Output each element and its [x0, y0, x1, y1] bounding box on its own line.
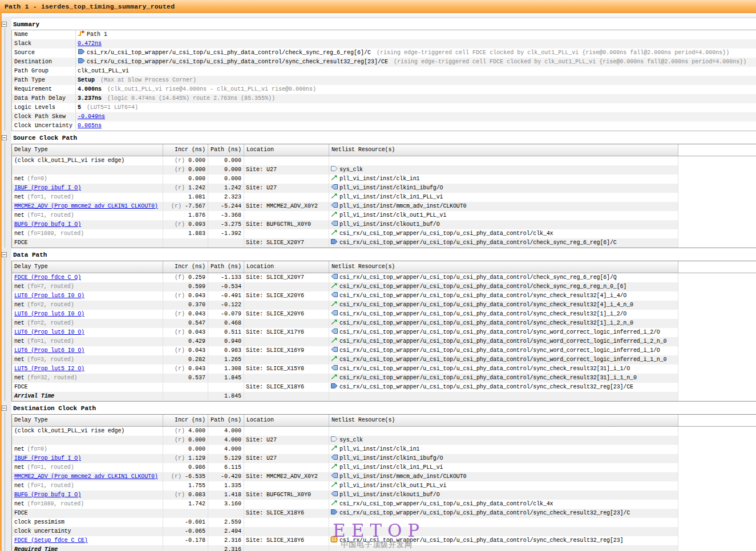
delay-type-cell: FDCE — [12, 383, 163, 392]
column-header[interactable]: Location — [244, 144, 329, 156]
summary-row: Sourcecsi_rx/u_csi_top_wrapper/u_csi_top… — [12, 48, 756, 58]
column-header[interactable]: Netlist Resource(s) — [329, 144, 678, 156]
net-icon — [330, 211, 338, 217]
table-row: Arrival Time1.845 — [12, 392, 756, 401]
column-header[interactable]: Delay Type — [12, 261, 163, 273]
table-row: net(fo=32, routed)0.5371.845csi_rx/u_csi… — [12, 374, 756, 383]
path-cell — [208, 383, 244, 392]
location-cell: Site: SLICE_X15Y8 — [244, 364, 329, 374]
value-text: net — [14, 446, 25, 452]
value-text: net — [14, 464, 25, 471]
location-cell — [244, 518, 329, 527]
table-row: LUT6 (Prop lut6 I0 O)(r) 0.043-0.491Site… — [12, 291, 756, 301]
path-cell: 0.983 — [208, 346, 244, 355]
path-cell: -0.491 — [208, 291, 244, 301]
column-header[interactable]: Path (ns) — [208, 261, 244, 273]
value-link[interactable]: FDCE (Setup fdce C CE) — [14, 537, 88, 544]
value-link[interactable]: IBUF (Prop ibuf I O) — [14, 185, 81, 191]
netlist-cell: pll_vi_inst/inst/mmcm_adv_inst/CLKOUT0 — [329, 472, 678, 481]
value-link[interactable]: LUT6 (Prop lut6 I0 O) — [14, 293, 84, 299]
incr-cell: 1.742 — [163, 500, 208, 509]
collapse-toggle-icon[interactable] — [2, 252, 7, 257]
netlist-cell: csi_rx/u_csi_top_wrapper/u_csi_top/u_csi… — [329, 383, 678, 392]
window-title-bar[interactable]: Path 1 - iserdes_top_timing_summary_rout… — [0, 0, 756, 13]
delay-type-cell: LUT5 (Prop lut5 I2 O) — [12, 364, 163, 374]
incr-cell — [163, 383, 208, 392]
netlist-cell: pll_vi_inst/inst/clk_out1_PLL_vi — [329, 481, 678, 491]
value-link[interactable]: 0.065ns — [78, 123, 102, 129]
row-filler — [678, 509, 756, 518]
value-text: net — [14, 375, 25, 381]
delay-type-cell: FDCE (Prop fdce C Q) — [12, 273, 163, 282]
location-cell: Site: SLICE_X17Y6 — [244, 328, 329, 337]
netlist-cell — [329, 427, 678, 436]
value-link[interactable]: MMCME2_ADV (Prop mmcme2 adv CLKIN1 CLKOU… — [14, 203, 158, 209]
column-header[interactable]: Netlist Resource(s) — [329, 261, 678, 273]
table-row: clock pessimism-0.6012.559 — [12, 518, 756, 527]
row-filler — [678, 374, 756, 383]
net-icon — [330, 229, 338, 236]
collapse-toggle-icon[interactable] — [2, 22, 7, 27]
path-cell: 1.845 — [208, 392, 244, 401]
value-link[interactable]: BUFG (Prop bufg I O) — [14, 221, 81, 228]
value-text: net — [14, 230, 25, 237]
location-cell — [244, 175, 329, 184]
column-header[interactable]: Location — [244, 261, 329, 273]
table-row: FDCESite: SLICE_X20Y7csi_rx/u_csi_top_wr… — [12, 238, 756, 248]
summary-row: Logic Levels5(LUT5=1 LUT6=4) — [12, 103, 756, 112]
value-link[interactable]: LUT5 (Prop lut5 I2 O) — [14, 366, 84, 372]
row-filler — [678, 527, 756, 536]
incr-cell: 0.000 — [163, 175, 208, 184]
table-row: MMCME2_ADV (Prop mmcme2 adv CLKIN1 CLKOU… — [12, 472, 756, 481]
summary-row: Path Groupclk_out1_PLL_vi — [12, 67, 756, 76]
delay-type-cell: net(fo=1, routed) — [12, 481, 163, 491]
column-header[interactable]: Path (ns) — [208, 415, 244, 426]
value-text: Setup — [78, 77, 95, 83]
netlist-cell: csi_rx/u_csi_top_wrapper/u_csi_top/u_csi… — [329, 291, 678, 301]
column-header[interactable]: Incr (ns) — [163, 144, 208, 156]
column-header[interactable]: Incr (ns) — [163, 261, 208, 273]
delay-type-cell: BUFG (Prop bufg I O) — [12, 220, 163, 229]
path-cell: 4.000 — [208, 445, 244, 454]
delay-type-cell: net(fo=1, routed) — [12, 193, 163, 202]
output-pin-icon — [330, 328, 338, 334]
incr-cell: (f) 0.259 — [163, 273, 208, 282]
netlist-cell: csi_rx/u_csi_top_wrapper/u_csi_top/u_csi… — [329, 364, 678, 374]
value-link[interactable]: FDCE (Prop fdce C Q) — [14, 274, 81, 281]
value-link[interactable]: MMCME2_ADV (Prop mmcme2 adv CLKIN1 CLKOU… — [14, 473, 158, 480]
row-filler — [678, 472, 756, 481]
location-cell: Site: U27 — [244, 436, 329, 445]
value-link[interactable]: LUT6 (Prop lut6 I0 O) — [14, 329, 84, 335]
path-cell: 5.129 — [208, 454, 244, 463]
column-header[interactable]: Delay Type — [12, 144, 163, 156]
column-header[interactable]: Incr (ns) — [163, 415, 208, 426]
row-filler — [678, 184, 756, 193]
collapse-toggle-icon[interactable] — [2, 135, 7, 140]
column-header[interactable]: Path (ns) — [208, 144, 244, 156]
path-cell: -0.420 — [208, 472, 244, 481]
edge-prefix: (r) — [175, 311, 188, 317]
column-header[interactable]: Delay Type — [12, 415, 163, 426]
input-pin-icon — [330, 509, 338, 515]
incr-cell — [163, 238, 208, 248]
row-filler — [678, 337, 756, 346]
value-link[interactable]: 0.472ns — [78, 40, 102, 47]
value-text: FDCE — [14, 510, 27, 516]
column-header[interactable]: Netlist Resource(s) — [329, 415, 678, 426]
report-content: Summary NamePath 1Slack0.472nsSourcecsi_… — [11, 18, 756, 551]
value-link[interactable]: -0.049ns — [78, 114, 105, 120]
value-link[interactable]: BUFG (Prop bufg I O) — [14, 492, 81, 498]
column-header[interactable]: Location — [244, 415, 329, 426]
location-cell — [244, 500, 329, 509]
delay-type-cell: Arrival Time — [12, 392, 163, 401]
summary-row: Requirement4.000ns(clk_out1_PLL_vi rise@… — [12, 85, 756, 94]
table-row: net(fo=2, routed)0.5470.468csi_rx/u_csi_… — [12, 319, 756, 328]
value-link[interactable]: IBUF (Prop ibuf I O) — [14, 455, 81, 461]
output-pin-icon — [330, 310, 338, 316]
value-link[interactable]: LUT6 (Prop lut6 I0 O) — [14, 347, 84, 354]
collapse-toggle-icon[interactable] — [2, 406, 7, 411]
location-cell — [244, 445, 329, 454]
value-link[interactable]: LUT6 (Prop lut6 I0 O) — [14, 311, 84, 317]
table-row: BUFG (Prop bufg I O)(r) 0.0831.418Site: … — [12, 491, 756, 500]
netlist-cell: pll_vi_inst/inst/clk_out1_PLL_vi — [329, 211, 678, 220]
